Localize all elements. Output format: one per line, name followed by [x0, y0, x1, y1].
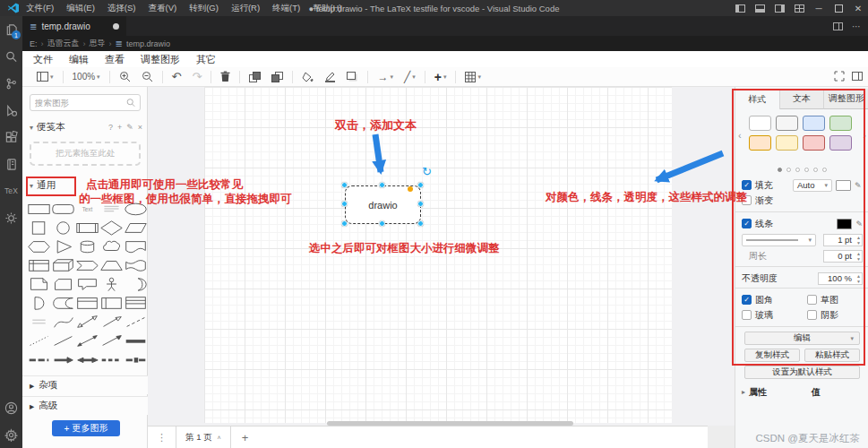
waypoint-style-dropdown[interactable]: ╱▾ [399, 68, 421, 86]
set-default-style-button[interactable]: 设置为默认样式 [744, 366, 860, 379]
shape-step[interactable] [75, 255, 99, 274]
connection-style-dropdown[interactable]: →▾ [372, 68, 399, 86]
shape-and[interactable] [27, 293, 51, 312]
zoom-level-dropdown[interactable]: 100%▾ [67, 68, 106, 86]
zoom-out-icon[interactable] [136, 68, 159, 86]
fill-mode-select[interactable]: Auto▾ [793, 179, 832, 192]
shadow-checkbox[interactable] [807, 310, 817, 320]
style-swatch-red[interactable] [803, 135, 825, 151]
shape-cylinder[interactable] [75, 237, 99, 255]
horizontal-scrollbar[interactable] [327, 421, 573, 426]
tab-temp-drawio[interactable]: ≣ temp.drawio [22, 16, 126, 36]
selection-handle[interactable] [379, 182, 385, 188]
perimeter-stepper[interactable]: 0 pt▲▼ [823, 250, 863, 263]
breadcrumb-item[interactable]: 思导 [90, 38, 106, 49]
selection-handle[interactable] [417, 182, 424, 188]
shape-dotted-line[interactable] [27, 331, 51, 349]
scratchpad-dropzone[interactable]: 把元素拖至此处 [30, 142, 141, 166]
shape-cloud[interactable] [99, 237, 124, 255]
undo-icon[interactable]: ↶ [167, 68, 187, 86]
shadow-icon[interactable] [341, 68, 364, 86]
carousel-prev-icon[interactable]: ‹ [738, 130, 742, 141]
shape-link[interactable] [124, 331, 148, 349]
tex-icon[interactable]: TeX [0, 177, 22, 204]
shape-callout[interactable] [75, 274, 99, 293]
carousel-dot[interactable] [813, 168, 818, 172]
settings-gear-icon[interactable] [0, 421, 22, 448]
edit-link-handle[interactable] [408, 186, 413, 192]
edit-icon[interactable]: ✎ [126, 123, 133, 132]
shape-search[interactable] [30, 94, 141, 111]
line-width-stepper[interactable]: 1 pt▲▼ [823, 234, 863, 246]
shape-circle[interactable] [51, 218, 75, 237]
line-checkbox[interactable]: ✓ [742, 219, 752, 228]
style-swatch-yellow[interactable] [776, 135, 798, 151]
drawio-canvas[interactable] [148, 87, 735, 448]
shape-curve[interactable] [51, 312, 75, 331]
sketch-checkbox[interactable] [807, 295, 817, 305]
format-tab-文本[interactable]: 文本 [780, 89, 825, 109]
help-icon[interactable]: ? [108, 123, 113, 132]
shape-dashed-line[interactable] [124, 312, 148, 331]
drawio-menu-item[interactable]: 其它 [196, 53, 216, 66]
line-style-select[interactable]: ▾ [742, 234, 816, 246]
titlebar-menu-item[interactable]: 运行(R) [231, 3, 260, 14]
opacity-stepper[interactable]: 100 %▲▼ [818, 272, 863, 285]
shape-diamond[interactable] [99, 218, 124, 237]
notebook-icon[interactable] [0, 151, 22, 177]
close-icon[interactable]: × [138, 123, 142, 132]
property-header-row[interactable]: ▸ 属性 值 [742, 385, 863, 399]
shape-cube[interactable] [51, 255, 75, 274]
style-swatch-purple[interactable] [829, 135, 852, 151]
breadcrumb-item[interactable]: temp.drawio [126, 39, 170, 48]
carousel-dot[interactable] [786, 168, 791, 172]
carousel-next-icon[interactable]: › [863, 130, 866, 141]
drawio-menu-item[interactable]: 调整图形 [141, 53, 180, 66]
shape-process[interactable] [75, 218, 99, 237]
section-advanced[interactable]: ▸ 高级 [22, 396, 148, 415]
shape-bidirectional-connector[interactable] [75, 331, 99, 349]
shape-trapezoid[interactable] [99, 255, 124, 274]
shape-dashed-link[interactable] [99, 349, 124, 368]
line-color-swatch[interactable] [837, 219, 852, 229]
shape-card[interactable] [51, 274, 75, 293]
format-tab-样式[interactable]: 样式 [735, 89, 780, 109]
view-panels-button[interactable]: ▾ [31, 68, 59, 86]
zoom-in-icon[interactable] [114, 68, 136, 86]
carousel-dot[interactable] [804, 168, 809, 172]
fill-color-swatch[interactable] [836, 180, 851, 191]
titlebar-menu-item[interactable]: 转到(G) [189, 3, 219, 14]
carousel-dot[interactable] [778, 168, 782, 172]
search-icon[interactable] [0, 43, 22, 70]
shape-hexagon[interactable] [27, 237, 51, 255]
shape-labeled-link[interactable] [124, 349, 148, 368]
layout-panel-left-icon[interactable] [730, 0, 750, 16]
shape-directional-link[interactable] [51, 349, 75, 368]
drawio-menu-item[interactable]: 文件 [33, 53, 53, 66]
style-swatch-gray[interactable] [776, 116, 798, 131]
selection-handle[interactable] [341, 201, 348, 207]
maximize-button[interactable] [829, 0, 848, 16]
fill-checkbox[interactable]: ✓ [742, 180, 752, 190]
shape-bidirectional-arrow[interactable] [75, 312, 99, 331]
add-page-icon[interactable]: + [231, 431, 260, 444]
selection-handle[interactable] [417, 201, 424, 207]
breadcrumb-item[interactable]: E: [30, 39, 38, 48]
carousel-dot[interactable] [822, 168, 827, 172]
breadcrumb-item[interactable]: 迅雷云盘 [47, 38, 80, 49]
shape-rectangle[interactable] [27, 199, 51, 218]
style-swatch-orange[interactable] [749, 135, 771, 151]
shape-or[interactable] [124, 274, 148, 293]
shape-triangle[interactable] [51, 237, 75, 255]
redo-icon[interactable]: ↷ [187, 68, 208, 86]
rounded-checkbox[interactable]: ✓ [742, 295, 752, 305]
modified-dot-icon[interactable] [113, 23, 119, 30]
style-swatch-white[interactable] [749, 116, 771, 131]
shape-container[interactable] [75, 293, 99, 312]
add-icon[interactable]: + [117, 123, 122, 132]
titlebar-menu-item[interactable]: 文件(F) [26, 3, 54, 14]
rotate-handle-icon[interactable]: ↻ [422, 165, 432, 178]
shape-actor[interactable] [99, 274, 124, 293]
shape-line[interactable] [51, 331, 75, 349]
titlebar-menu-item[interactable]: 编辑(E) [66, 3, 95, 14]
